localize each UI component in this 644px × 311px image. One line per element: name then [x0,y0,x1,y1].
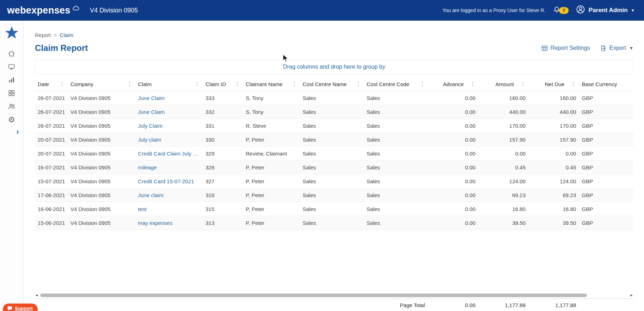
export-button[interactable]: Export ▼ [600,45,633,52]
column-header-label: Claim [138,81,151,87]
column-header[interactable]: Amount⋮ [478,77,528,91]
table-cell: 328 [203,160,243,174]
page-total-label: Page Total [364,299,428,311]
table-cell: 0.00 [428,188,478,202]
sidebar-expand-chevron-icon[interactable]: › [16,128,19,136]
column-menu-icon[interactable]: ⋮ [417,81,425,87]
table-cell: 16.80 [528,202,579,216]
sidebar-item-home[interactable] [8,50,15,57]
claim-link[interactable]: Credit Card 15-07-2021 [138,178,194,184]
column-header-label: Base Currency [582,81,617,87]
report-settings-button[interactable]: Report Settings [541,45,590,52]
column-menu-icon[interactable]: ⋮ [353,81,361,87]
claim-link[interactable]: July claim [138,137,161,143]
page-total-cell [579,299,633,311]
column-menu-icon[interactable]: ⋮ [289,81,297,87]
apps-icon [8,89,15,97]
column-menu-icon[interactable]: ⋮ [233,81,240,87]
claim-link[interactable]: June Claim [138,95,165,101]
column-header[interactable]: Company⋮ [68,77,135,91]
page-actions: Report Settings Export ▼ [541,45,633,52]
claim-link[interactable]: test [138,206,147,212]
page-title: Claim Report [35,43,88,53]
table-cell: GBP [579,91,633,105]
column-header[interactable]: Cost Centre Name⋮ [300,77,364,91]
column-header-label: Claimant Name [246,81,282,87]
notifications-button[interactable]: 7 [553,6,569,15]
table-cell: 170.00 [528,119,579,132]
sidebar-item-reports[interactable] [8,76,15,84]
claim-link[interactable]: Credit Card Claim July 20... [138,151,200,157]
column-menu-icon[interactable]: ⋮ [192,81,200,87]
table-cell: 124.00 [478,174,528,188]
claim-cell: June claim [135,188,203,202]
scrollbar-thumb[interactable] [40,294,587,297]
table-cell: GBP [579,133,633,146]
sidebar-item-claims[interactable] [8,63,15,70]
column-menu-icon[interactable]: ⋮ [518,81,526,87]
column-header[interactable]: Base Currency [579,77,633,91]
table-cell: GBP [579,202,633,216]
table-cell: 313 [203,216,243,230]
report-settings-label: Report Settings [551,45,590,51]
division-title: V4 Division 0905 [90,7,138,14]
column-header[interactable]: Advance⋮ [428,77,478,91]
column-header-label: Net Due [545,81,564,87]
column-menu-icon[interactable]: ⋮ [57,81,65,87]
table-cell: 0.00 [528,147,579,160]
column-header[interactable]: Claimant Name⋮ [243,77,300,91]
column-header[interactable]: Net Due⋮ [528,77,579,91]
table-row: 15-07-2021V4 Division 0905Credit Card 15… [35,174,633,188]
scrollbar-track[interactable] [40,294,628,297]
column-header[interactable]: Date⋮ [35,77,68,91]
claim-link[interactable]: June Claim [138,109,165,115]
webexpenses-logo: webexpenses [7,6,80,15]
app-window: webexpenses V4 Division 0905 You are log… [0,0,644,311]
column-menu-icon[interactable]: ⋮ [569,81,576,87]
table-cell: Sales [364,174,428,188]
table-cell: 332 [203,105,243,118]
column-menu-icon[interactable]: ⋮ [125,81,132,87]
claim-link[interactable]: may expenses [138,220,172,226]
table-cell: 39.50 [528,216,579,230]
horizontal-scrollbar[interactable]: ◄ ► [35,292,633,299]
chart-icon [8,76,15,84]
column-header[interactable]: Claim ID⋮ [203,77,243,91]
page-total-cell: 1,177.88 [478,299,528,311]
table-cell: GBP [579,160,633,174]
table-footer: ◄ ► Page Total0.001,177.881,177.88 [35,292,633,311]
table-cell: GBP [579,216,633,230]
column-header-label: Date [38,81,49,87]
breadcrumb-report[interactable]: Report [35,32,51,38]
claim-cell: Credit Card Claim July 20... [135,147,203,160]
claim-link[interactable]: June claim [138,192,164,198]
claim-link[interactable]: July Claim [138,123,163,129]
table-body: 26-07-2021V4 Division 0905June Claim333S… [35,91,633,230]
user-menu[interactable]: Parent Admin ▼ [576,5,635,16]
table-cell: 0.00 [428,133,478,146]
gear-icon: ⚙ [8,116,15,124]
table-cell: 440.00 [478,105,528,118]
column-header[interactable]: Claim⋮ [135,77,203,91]
sidebar-item-users[interactable] [8,102,16,110]
column-header[interactable]: Cost Centre Code⋮ [364,77,428,91]
group-by-dropzone[interactable]: Drag columns and drop here to group by [35,59,633,74]
claim-link[interactable]: mileage [138,164,157,170]
page-total-cell [300,299,364,311]
table-cell: 39.50 [478,216,528,230]
column-menu-icon[interactable]: ⋮ [468,81,475,87]
table-cell: Sales [364,119,428,132]
table-cell: Sales [300,147,364,160]
table-cell: Sales [364,160,428,174]
table-cell: Sales [364,105,428,118]
sidebar-item-addons[interactable] [8,89,15,97]
table-header-row: Date⋮Company⋮Claim⋮Claim ID⋮Claimant Nam… [35,77,633,91]
scroll-right-arrow-icon[interactable]: ► [630,294,633,297]
table-cell: 160.00 [478,91,528,105]
sidebar-item-settings[interactable]: ⚙ [8,116,15,124]
table-cell: 69.23 [528,188,579,202]
scroll-left-arrow-icon[interactable]: ◄ [35,294,38,297]
table-cell: S, Tony [243,91,300,105]
table-cell: Sales [364,188,428,202]
support-button[interactable]: Support [3,304,38,311]
